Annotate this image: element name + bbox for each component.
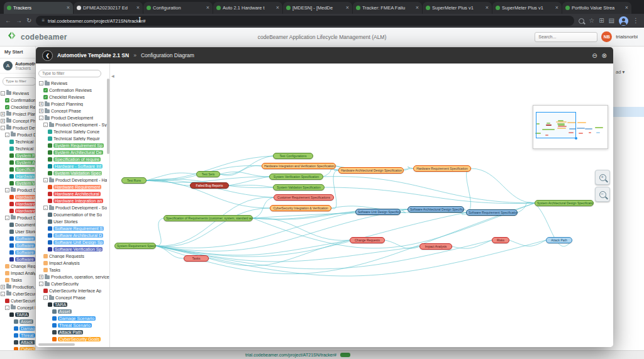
load-dropdown[interactable]: ad ▾	[616, 69, 625, 75]
tree-expander-icon[interactable]: -	[5, 188, 9, 192]
my-start-tab[interactable]: My Start	[0, 47, 35, 58]
tree-expander-icon[interactable]: -	[1, 91, 5, 96]
diagram-node[interactable]: Test Sets	[196, 171, 220, 177]
tree-expander-icon[interactable]: -	[43, 295, 48, 300]
tree-filter-input[interactable]	[38, 70, 101, 77]
diagram-node[interactable]: Customer Requirement Specifications	[274, 194, 334, 201]
tree-item[interactable]: Threat Scenario	[0, 332, 35, 339]
browser-tab[interactable]: Auto 2.1 Hardware t×	[213, 2, 282, 14]
tree-item[interactable]: Asset	[38, 308, 109, 315]
tree-item[interactable]: System Requirement Sp	[38, 142, 109, 149]
tree-item[interactable]: Technical Safety Conce	[38, 128, 109, 135]
project-selector[interactable]: A Automotive Template 2.1 SN Trackers	[0, 58, 35, 74]
tree-expander-icon[interactable]: -	[39, 116, 43, 120]
tree-item[interactable]: ✓Checklist Reviews	[0, 104, 35, 111]
tree-item[interactable]: Software Unit Design Sp	[0, 249, 35, 256]
browser-tab[interactable]: [MDESN] - [MedDe×	[283, 2, 352, 14]
tree-item[interactable]: -Product Development - Ha	[0, 187, 35, 194]
tree-item[interactable]: Hardware - Software Int	[38, 163, 109, 170]
tree-item[interactable]: Software Unit Design Sp	[38, 239, 109, 246]
diagram-canvas[interactable]: ◀ + − Test RunsTest SetsFailed Bug Repor…	[110, 64, 613, 347]
tree-item[interactable]: -CyberSecurity	[38, 280, 109, 287]
browser-tab[interactable]: Configuration×	[143, 2, 213, 14]
diagram-node[interactable]: System Requirement Specification	[114, 243, 156, 249]
tree-item[interactable]: User Stories	[0, 228, 35, 235]
tree-item[interactable]: Tasks	[0, 277, 35, 284]
tree-item[interactable]: Software Verification Sp	[38, 246, 109, 253]
tree-item[interactable]: Damage Scenario	[0, 325, 35, 332]
tree-item[interactable]: Hardware Integration an	[38, 197, 109, 204]
back-icon[interactable]: ←	[5, 18, 11, 24]
tree-item[interactable]: Documentation of the So	[38, 211, 109, 218]
tree-item[interactable]: Specification of require	[0, 166, 35, 173]
tree-item[interactable]: System Architectural De	[0, 159, 35, 166]
tree-item[interactable]: Threat Scenario	[38, 322, 109, 329]
username-label[interactable]: trialsnorbi	[616, 34, 638, 40]
diagram-node[interactable]: Software Unit Design Specification	[355, 209, 401, 215]
browser-tab[interactable]: DFMEA20230217 Ed×	[74, 2, 143, 14]
tree-expander-icon[interactable]: -	[1, 292, 5, 296]
tree-expander-icon[interactable]: -	[39, 81, 43, 86]
diagram-node[interactable]: Software Requirement Specification	[466, 209, 518, 216]
tree-item[interactable]: Hardware Architectural	[0, 201, 35, 207]
zoom-in-button[interactable]: +	[595, 170, 610, 185]
tree-horizontal-scrollbar[interactable]	[38, 343, 75, 346]
side-panel-icon[interactable]: ▤	[609, 18, 614, 24]
browser-menu-icon[interactable]: ⋮	[633, 18, 639, 24]
tree-expander-icon[interactable]: -	[5, 133, 9, 137]
tab-close-icon[interactable]: ×	[67, 5, 70, 11]
tree-item[interactable]: CyberSecurity Interface Ap	[0, 297, 35, 304]
site-info-icon[interactable]: ≡	[42, 18, 45, 24]
status-link[interactable]: trial.codebeamer.com/project/AT21SN/trac…	[245, 353, 336, 357]
tree-item[interactable]: +Project Planning	[38, 101, 109, 108]
browser-tab[interactable]: Portfolio Value Strea×	[562, 2, 631, 14]
tab-close-icon[interactable]: ×	[625, 5, 628, 11]
tree-expander-icon[interactable]: -	[43, 123, 48, 127]
tree-item[interactable]: ✓Confirmation Reviews	[0, 97, 35, 104]
diagram-node[interactable]: Failed Bug Reports	[190, 182, 229, 189]
tree-item[interactable]: Software Requirement S	[0, 235, 35, 242]
tree-item[interactable]: User Stories	[38, 218, 109, 225]
minimap-viewport[interactable]	[536, 112, 576, 138]
tree-item[interactable]: Hardware - Software Int	[0, 173, 35, 180]
diagram-node[interactable]: Change Requests	[350, 237, 385, 243]
tab-close-icon[interactable]: ×	[486, 5, 489, 11]
diagram-node[interactable]: CyberSecurity Integration & Verification	[270, 205, 331, 211]
diagram-node[interactable]: System Verification Specification	[269, 174, 323, 180]
minimap-viewport-handle[interactable]	[575, 137, 577, 140]
tab-close-icon[interactable]: ×	[136, 5, 140, 11]
tree-item[interactable]: +Production, operation, service	[0, 284, 35, 290]
tree-item[interactable]: -Concept Phase	[0, 304, 35, 311]
tree-expander-icon[interactable]: +	[39, 109, 43, 113]
tree-item[interactable]: -Product Development - Ha	[38, 177, 109, 184]
tree-item[interactable]: Damage Scenario	[38, 315, 109, 322]
tree-item[interactable]: System Validation Spec	[0, 180, 35, 187]
tree-item[interactable]: Technical Safety Requir	[38, 135, 109, 142]
codebeamer-wordmark[interactable]: codebeamer	[21, 33, 67, 41]
tree-item[interactable]: -Product Development	[38, 114, 109, 121]
tab-close-icon[interactable]: ×	[555, 5, 558, 11]
tree-item[interactable]: Software Verification Sp	[0, 256, 35, 263]
tree-item[interactable]: +Concept Phase	[0, 118, 35, 124]
tree-expander-icon[interactable]: +	[39, 102, 43, 106]
tab-close-icon[interactable]: ×	[346, 5, 349, 11]
diagram-node[interactable]: Software Architectural Design Specificat…	[408, 206, 464, 213]
diagram-node[interactable]: Impact Analysis	[419, 243, 452, 250]
tree-item[interactable]: -Product Development - So	[38, 204, 109, 211]
extensions-icon[interactable]: ⊞	[599, 18, 604, 24]
collapse-tree-icon[interactable]: ◀	[111, 74, 114, 78]
tree-expander-icon[interactable]: -	[39, 282, 43, 286]
zoom-out-button[interactable]: −	[595, 187, 610, 202]
tree-expander-icon[interactable]: -	[5, 216, 9, 220]
tree-item[interactable]: Software Architectural D	[0, 242, 35, 249]
tree-item[interactable]: Documentation of the So	[0, 221, 35, 228]
tree-item[interactable]: Hardware Requirement	[0, 194, 35, 201]
tree-item[interactable]: +Production, operation, service	[38, 273, 109, 280]
tree-item[interactable]: Specification of require	[38, 156, 109, 163]
tree-item[interactable]: ✓Confirmation Reviews	[38, 87, 109, 94]
tree-item[interactable]: CyberSecurity Goals	[38, 336, 109, 343]
tree-item[interactable]: Tasks	[38, 267, 109, 273]
tree-item[interactable]: Technical Safety Requir	[0, 145, 35, 152]
browser-profile-avatar[interactable]	[619, 16, 628, 26]
tab-close-icon[interactable]: ×	[416, 5, 419, 11]
